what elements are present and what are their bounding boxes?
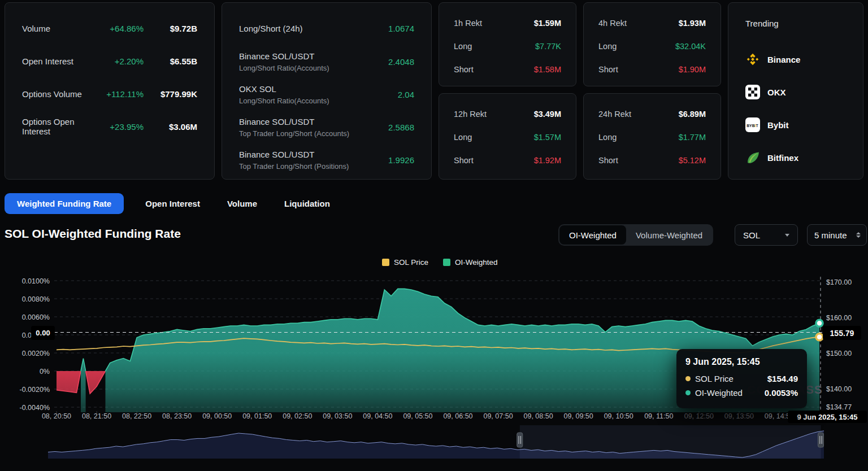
dashboard: 0.0100%0.0080%0.0060%0.0040%0.0020%0%-0.… bbox=[0, 0, 868, 471]
sol-price-marker[interactable] bbox=[816, 334, 823, 341]
navigator-handle-left[interactable] bbox=[517, 433, 523, 447]
left-axis-current-badge: 0.00 bbox=[31, 326, 55, 340]
svg-text:09, 10:50: 09, 10:50 bbox=[604, 412, 633, 420]
svg-text:$160.00: $160.00 bbox=[826, 314, 852, 322]
sol-price-dot-icon bbox=[685, 376, 691, 381]
svg-text:09, 02:50: 09, 02:50 bbox=[283, 412, 312, 420]
svg-text:0.0020%: 0.0020% bbox=[22, 350, 50, 357]
svg-text:$170.00: $170.00 bbox=[826, 278, 852, 286]
tooltip-value: 0.0053% bbox=[765, 388, 798, 398]
chart-tooltip: 9 Jun 2025, 15:45 SOL Price$154.49 OI-We… bbox=[676, 349, 807, 408]
svg-text:09, 00:50: 09, 00:50 bbox=[202, 412, 232, 420]
oi-weighted-dot-icon bbox=[685, 390, 691, 395]
svg-text:09, 08:50: 09, 08:50 bbox=[524, 412, 553, 420]
svg-text:09, 07:50: 09, 07:50 bbox=[483, 412, 513, 420]
svg-text:09, 03:50: 09, 03:50 bbox=[323, 412, 352, 420]
tooltip-label: OI-Weighted bbox=[695, 388, 760, 398]
tooltip-timestamp: 9 Jun 2025, 15:45 bbox=[685, 357, 798, 367]
svg-text:09, 04:50: 09, 04:50 bbox=[363, 412, 392, 420]
svg-text:08, 20:50: 08, 20:50 bbox=[42, 412, 71, 420]
tooltip-row: OI-Weighted0.0053% bbox=[685, 388, 798, 398]
svg-text:08, 21:50: 08, 21:50 bbox=[82, 412, 111, 420]
svg-text:08, 23:50: 08, 23:50 bbox=[162, 412, 192, 420]
svg-text:0.0080%: 0.0080% bbox=[22, 295, 50, 303]
svg-text:09, 01:50: 09, 01:50 bbox=[242, 412, 272, 420]
right-axis-current-badge: 155.79 bbox=[823, 326, 861, 340]
svg-text:08, 22:50: 08, 22:50 bbox=[122, 412, 151, 420]
oi-weighted-marker[interactable] bbox=[816, 320, 823, 326]
navigator-handle-right[interactable] bbox=[818, 433, 824, 447]
svg-text:-0.0020%: -0.0020% bbox=[19, 386, 50, 394]
svg-text:0%: 0% bbox=[40, 368, 50, 376]
svg-text:-0.0040%: -0.0040% bbox=[19, 404, 50, 412]
svg-text:09, 12:50: 09, 12:50 bbox=[684, 412, 714, 420]
svg-text:0.0100%: 0.0100% bbox=[22, 277, 50, 285]
svg-text:09, 06:50: 09, 06:50 bbox=[443, 412, 472, 420]
tooltip-row: SOL Price$154.49 bbox=[685, 374, 798, 383]
svg-text:09, 05:50: 09, 05:50 bbox=[403, 412, 432, 420]
tooltip-label: SOL Price bbox=[695, 374, 763, 383]
svg-text:$150.00: $150.00 bbox=[826, 350, 852, 357]
svg-text:09, 11:50: 09, 11:50 bbox=[644, 412, 673, 420]
svg-text:09, 09:50: 09, 09:50 bbox=[564, 412, 593, 420]
tooltip-value: $154.49 bbox=[767, 374, 798, 383]
navigator-selection[interactable] bbox=[520, 425, 821, 459]
crosshair-time-badge: 9 Jun 2025, 15:45 bbox=[788, 411, 867, 423]
svg-text:09, 13:50: 09, 13:50 bbox=[724, 412, 754, 420]
svg-text:0.0060%: 0.0060% bbox=[22, 313, 50, 321]
svg-text:$140.00: $140.00 bbox=[826, 385, 852, 393]
